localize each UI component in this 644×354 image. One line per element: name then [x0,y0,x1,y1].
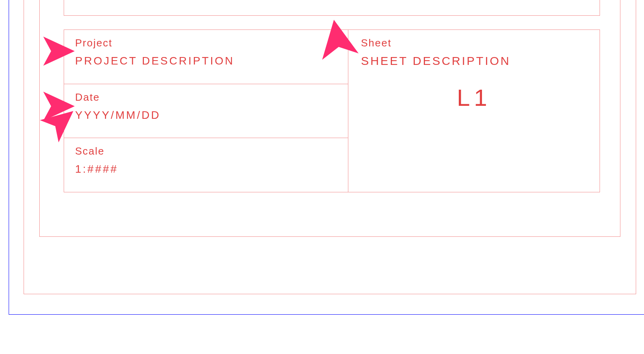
sheet-label: Sheet [361,37,587,49]
scale-cell: Scale 1:#### [64,138,348,192]
scale-value: 1:#### [75,163,337,175]
title-block-left-column: Project PROJECT DESCRIPTION Date YYYY/MM… [64,30,348,192]
date-value: YYYY/MM/DD [75,109,337,122]
sheet-cell-container: Sheet SHEET DESCRIPTION L1 [348,30,600,192]
project-value: PROJECT DESCRIPTION [75,55,337,67]
date-label: Date [75,91,337,103]
sheet-code: L1 [457,84,491,111]
arrow-icon [0,33,75,69]
project-label: Project [75,37,337,49]
scale-label: Scale [75,145,337,157]
sheet-description: SHEET DESCRIPTION [361,53,587,68]
upper-box [64,0,600,16]
date-cell: Date YYYY/MM/DD [64,84,348,138]
sheet-cell: Sheet SHEET DESCRIPTION L1 [348,30,600,192]
project-cell: Project PROJECT DESCRIPTION [64,30,348,84]
